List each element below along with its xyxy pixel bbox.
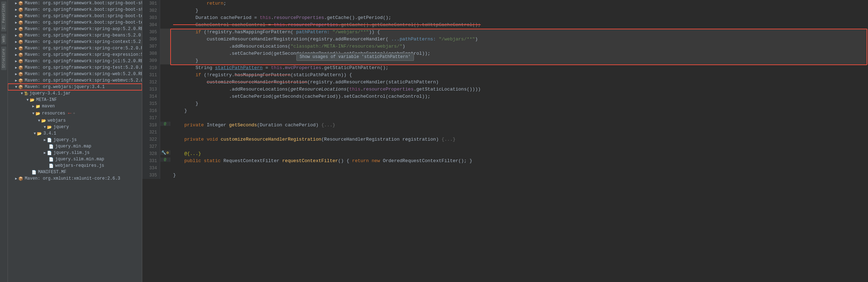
sidebar-item-maven-autoconf[interactable]: ▶ 📦 Maven: org.springframework.boot:spri…: [8, 19, 142, 26]
sidebar-item-label: webjars: [48, 118, 66, 123]
tooltip-box: Show usages of variable 'staticPathPatte…: [296, 53, 414, 61]
line-content: if (!registry.hasMappingForPattern( path…: [170, 29, 868, 36]
project-tree-sidebar: ▶ 📦 Maven: org.springframework.boot:spri…: [8, 0, 142, 282]
code-line-316: 316 }: [142, 107, 868, 115]
folder-icon: 📂: [35, 111, 40, 116]
sidebar-item-maven-beans[interactable]: ▶ 📦 Maven: org.springframework:spring-be…: [8, 32, 142, 39]
sidebar-item-label: jquery: [53, 125, 69, 130]
sidebar-item-maven-boot-test[interactable]: ▶ 📦 Maven: org.springframework.boot:spri…: [8, 13, 142, 19]
gutter-run-icon: 🔧: [161, 150, 166, 155]
sidebar-item-maven-aop[interactable]: ▶ 📦 Maven: org.springframework:spring-ao…: [8, 26, 142, 32]
sidebar-item-label: jquery-3.4.1.jar: [29, 91, 71, 96]
folder-icon: 📂: [47, 125, 52, 130]
maven-icon: 📦: [18, 53, 23, 57]
sidebar-item-label: Maven: org.springframework.boot:spring-b…: [25, 20, 142, 25]
sidebar-item-label: maven: [42, 104, 55, 109]
line-number: 302: [142, 7, 160, 14]
file-icon: 📄: [47, 151, 52, 155]
expand-arrow: ▶: [15, 33, 17, 38]
sidebar-item-version-dir[interactable]: ▼ 📂 3.4.1: [8, 130, 142, 137]
line-number: 306: [142, 36, 160, 43]
code-line-311: 311 if (!registry.hasMappingForPattern(s…: [142, 72, 868, 79]
sidebar-item-jquery-jar[interactable]: ▼ 🗜 jquery-3.4.1.jar: [8, 90, 142, 97]
line-gutter: @: [160, 122, 170, 126]
line-number: 311: [142, 72, 160, 79]
sidebar-item-maven-spring-test[interactable]: ▶ 📦 Maven: org.springframework:spring-te…: [8, 64, 142, 71]
maven-icon: 📦: [18, 85, 23, 89]
expand-arrow: ▼: [44, 125, 46, 129]
code-line-308: 308 .setCachePeriod(getSeconds(cachePeri…: [142, 50, 868, 57]
tab-favorites[interactable]: 2: Favorites: [1, 1, 6, 31]
line-content: }: [170, 57, 868, 64]
line-gutter: 🔧 ⚙: [160, 150, 170, 155]
file-icon: 📄: [49, 164, 54, 168]
code-line-321: 321: [142, 129, 868, 136]
sidebar-item-maven-xmlunit[interactable]: ▶ 📦 Maven: org.xmlunit:xmlunit-core:2.6.…: [8, 175, 142, 182]
line-number: 322: [142, 136, 160, 143]
code-line-327: 327: [142, 143, 868, 150]
sidebar-item-resources-dir[interactable]: ▼ 📂 resources ← +: [8, 110, 142, 117]
expand-arrow: ▶: [15, 14, 17, 18]
sidebar-item-maven-jcl[interactable]: ▶ 📦 Maven: org.springframework:spring-jc…: [8, 58, 142, 64]
sidebar-item-label: jquery.js: [53, 137, 77, 142]
line-number: 314: [142, 93, 160, 100]
sidebar-item-webjars-dir[interactable]: ▼ 📂 webjars: [8, 117, 142, 124]
line-number: 308: [142, 50, 160, 57]
sidebar-item-maven-spring-web[interactable]: ▶ 📦 Maven: org.springframework:spring-we…: [8, 71, 142, 77]
line-number: 301: [142, 0, 160, 7]
sidebar-item-label: webjars-requires.js: [55, 163, 104, 168]
sidebar-item-label: META-INF: [36, 97, 57, 102]
sidebar-item-label: 3.4.1: [43, 131, 56, 136]
expand-arrow: ▶: [15, 78, 17, 83]
code-line-335: 335 }: [142, 172, 868, 179]
line-content: customizeResourceHandlerRegistration(reg…: [170, 36, 868, 43]
sidebar-item-maven-validate[interactable]: ▶ 📦 Maven: org.springframework.boot:spri…: [8, 0, 142, 6]
sidebar-item-meta-inf[interactable]: ▼ 📂 META-INF: [8, 97, 142, 103]
sidebar-item-maven-dir[interactable]: ▶ 📁 maven: [8, 103, 142, 110]
code-line-312: 312 customizeResourceHandlerRegistration…: [142, 79, 868, 86]
code-line-303: 303 Duration cachePeriod = this.resource…: [142, 14, 868, 21]
sidebar-item-maven-jquery[interactable]: ▼ 📦 Maven: org.webjars:jquery:3.4.1: [8, 84, 142, 90]
code-lines: 301 return; 302 } 303 Duration cachePeri…: [142, 0, 868, 179]
expand-arrow: ▼: [38, 119, 40, 123]
gutter-debug-icon: ⚙: [166, 150, 169, 155]
line-content: .setCachePeriod(getSeconds(cachePeriod))…: [170, 50, 868, 57]
line-number: 331: [142, 157, 160, 165]
sidebar-item-maven-expression[interactable]: ▶ 📦 Maven: org.springframework:spring-ex…: [8, 52, 142, 58]
sidebar-item-maven-webmvc[interactable]: ▶ 📦 Maven: org.springframework:spring-we…: [8, 77, 142, 84]
jar-icon: 🗜: [24, 91, 28, 96]
file-icon: 📄: [49, 144, 54, 149]
sidebar-item-jquery-slim-map[interactable]: 📄 jquery.slim.min.map: [8, 156, 142, 162]
sidebar-item-label: Maven: org.webjars:jquery:3.4.1: [25, 84, 105, 89]
sidebar-item-manifest[interactable]: 📄 MANIFEST.MF: [8, 169, 142, 175]
code-editor[interactable]: Show usages of variable 'staticPathPatte…: [142, 0, 868, 282]
tab-web[interactable]: Web: [1, 34, 6, 44]
code-line-331: 331 @ public static RequestContextFilter…: [142, 157, 868, 165]
sidebar-item-maven-core[interactable]: ▶ 📦 Maven: org.springframework:spring-co…: [8, 45, 142, 52]
code-line-310: 310 String staticPathPattern = this.mvcP…: [142, 64, 868, 72]
line-number: 307: [142, 43, 160, 50]
code-line-309: 309 }: [142, 57, 868, 64]
sidebar-item-webjars-require[interactable]: 📄 webjars-requires.js: [8, 162, 142, 169]
line-content: customizeResourceHandlerRegistration(reg…: [170, 79, 868, 86]
maven-icon: 📦: [18, 27, 23, 31]
maven-icon: 📦: [18, 40, 23, 44]
line-number: 317: [142, 115, 160, 122]
sidebar-item-maven-context[interactable]: ▶ 📦 Maven: org.springframework:spring-co…: [8, 39, 142, 45]
sidebar-item-maven-web[interactable]: ▶ 📦 Maven: org.springframework.boot:spri…: [8, 6, 142, 13]
line-content: public static RequestContextFilter reque…: [170, 157, 868, 165]
line-content: }: [170, 100, 868, 107]
expand-arrow: ▼: [21, 92, 23, 96]
sidebar-item-jquery-slim-js[interactable]: ▶ 📄 jquery.slim.js: [8, 150, 142, 156]
maven-icon: 📦: [18, 46, 23, 51]
code-line-317: 317: [142, 115, 868, 122]
sidebar-item-jquery-dir[interactable]: ▼ 📂 jquery: [8, 124, 142, 130]
sidebar-item-label: Maven: org.springframework:spring-expres…: [25, 52, 142, 57]
line-number: 304: [142, 21, 160, 29]
sidebar-item-jquery-js[interactable]: ▶ 📄 jquery.js: [8, 137, 142, 143]
sidebar-item-jquery-min-map[interactable]: 📄 jquery.min.map: [8, 143, 142, 150]
tab-structure[interactable]: Structure: [1, 47, 6, 70]
sidebar-item-label: Maven: org.springframework:spring-jcl:5.…: [25, 59, 142, 64]
code-line-334: 334: [142, 165, 868, 172]
line-number: 335: [142, 172, 160, 179]
